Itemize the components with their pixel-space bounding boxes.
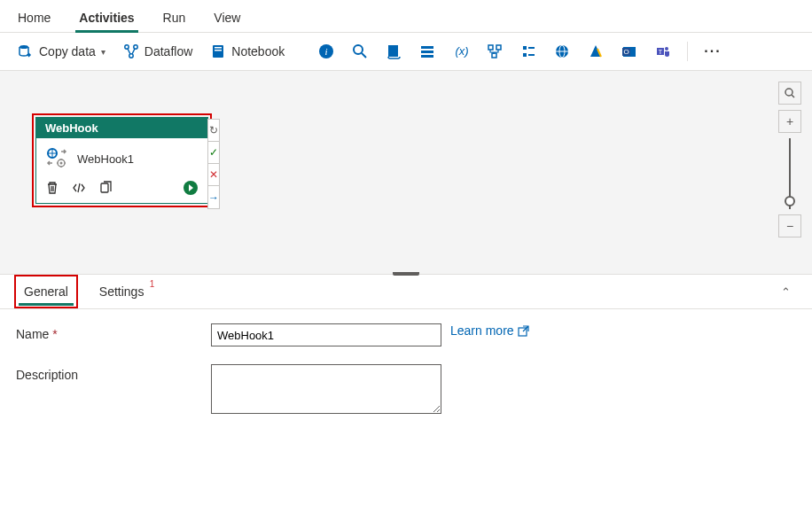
svg-point-9 [354,45,363,54]
activity-ports: ↻ ✓ ✕ → [207,119,220,209]
svg-text:O: O [624,48,629,56]
code-icon[interactable] [72,181,86,195]
svg-rect-19 [528,47,535,49]
tab-settings-label: Settings [99,284,144,299]
general-form: Name * Learn more Description [0,309,812,446]
variable-icon: (x) [453,43,469,59]
port-success[interactable]: ✓ [208,142,219,164]
svg-rect-33 [101,183,108,192]
panel-resize-handle[interactable] [393,272,419,276]
copy-data-button[interactable]: Copy data ▾ [11,38,113,65]
search-icon [352,43,368,59]
svg-point-3 [129,54,133,58]
teams-icon: T [655,43,671,59]
zoom-out-button[interactable]: − [778,214,801,237]
svg-rect-13 [421,55,433,58]
tab-view[interactable]: View [210,7,244,32]
zoom-controls: + − [778,82,801,237]
svg-rect-11 [421,46,433,49]
azure-button[interactable] [581,38,611,65]
svg-point-1 [125,45,129,49]
learn-more-label: Learn more [450,323,514,338]
description-label: Description [16,364,211,382]
info-icon: i [318,43,334,59]
description-input[interactable] [211,364,441,414]
teams-button[interactable]: T [648,38,678,65]
port-retry[interactable]: ↻ [208,120,219,142]
more-button[interactable]: ··· [697,40,728,63]
script-icon [386,43,402,59]
svg-point-28 [665,47,668,51]
chevron-down-icon: ▾ [101,47,105,57]
copy-data-label: Copy data [39,44,96,58]
zoom-slider-thumb[interactable] [785,196,795,206]
top-tab-bar: Home Activities Run View [0,0,812,33]
tab-settings[interactable]: Settings 1 [94,277,150,306]
toolbar: Copy data ▾ Dataflow Notebook i (x) O T … [0,33,812,71]
svg-rect-6 [215,50,222,51]
svg-rect-18 [523,46,527,50]
dataflow-icon [123,43,139,59]
tab-general[interactable]: General [19,277,74,306]
list-button[interactable] [412,38,442,65]
svg-text:i: i [325,46,328,57]
activity-header: WebHook [36,118,207,138]
svg-point-0 [20,45,28,49]
notebook-label: Notebook [231,44,285,58]
webhook-activity[interactable]: WebHook WebHook1 ↻ ✓ ✕ → [35,117,208,204]
dataflow-label: Dataflow [144,44,192,58]
notebook-icon [210,43,226,59]
zoom-slider[interactable] [789,138,791,209]
azure-icon [588,43,604,59]
collapse-panel-icon[interactable]: ⌃ [774,278,798,306]
web-button[interactable] [547,38,577,65]
globe-icon [554,43,570,59]
general-tab-highlight: General [14,275,78,308]
svg-rect-16 [496,45,501,50]
pipeline-button[interactable] [480,38,510,65]
info-button[interactable]: i [311,38,341,65]
copy-icon[interactable] [98,181,113,195]
svg-text:(x): (x) [456,44,469,58]
task-icon [520,43,536,59]
notebook-button[interactable]: Notebook [203,38,292,65]
svg-rect-5 [215,47,222,49]
svg-text:T: T [659,49,663,55]
name-label: Name * [16,323,211,341]
toolbar-divider [687,42,688,61]
zoom-in-button[interactable]: + [778,110,801,133]
svg-rect-15 [488,45,493,50]
delete-icon[interactable] [45,181,59,195]
variable-button[interactable]: (x) [446,38,476,65]
port-skip[interactable]: → [208,186,219,208]
webhook-icon [45,147,68,171]
svg-rect-10 [388,45,398,57]
name-input[interactable] [211,323,441,346]
tab-run[interactable]: Run [160,7,190,32]
properties-panel-header: General Settings 1 ⌃ [0,275,812,309]
list-icon [419,43,435,59]
svg-rect-20 [523,53,527,57]
svg-rect-21 [528,54,535,56]
outlook-button[interactable]: O [614,38,644,65]
search-button[interactable] [345,38,375,65]
svg-rect-12 [421,51,433,53]
pipeline-icon [487,43,503,59]
activity-highlight: WebHook WebHook1 ↻ ✓ ✕ → [32,113,212,207]
tab-home[interactable]: Home [14,7,54,32]
run-icon[interactable] [183,180,199,196]
outlook-icon: O [621,43,637,59]
external-link-icon [518,325,529,337]
activity-name: WebHook1 [77,152,134,166]
svg-point-35 [785,89,792,96]
svg-point-32 [60,162,63,165]
learn-more-link[interactable]: Learn more [450,323,529,338]
pipeline-canvas[interactable]: WebHook WebHook1 ↻ ✓ ✕ → + [0,71,812,275]
task-button[interactable] [513,38,543,65]
script-button[interactable] [379,38,409,65]
canvas-search-button[interactable] [778,82,801,105]
tab-activities[interactable]: Activities [75,7,137,32]
dataflow-button[interactable]: Dataflow [116,38,199,65]
port-fail[interactable]: ✕ [208,164,219,186]
settings-badge: 1 [150,279,155,289]
